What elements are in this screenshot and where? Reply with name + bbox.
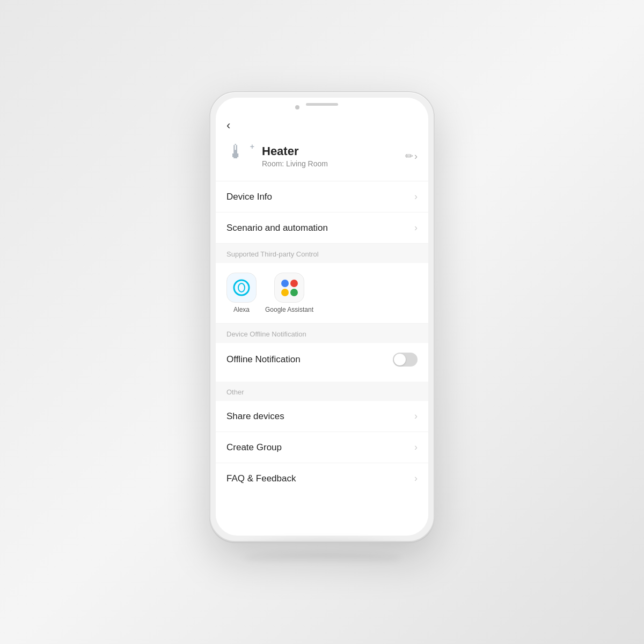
back-arrow-icon: ‹ bbox=[226, 119, 230, 133]
offline-notification-row: Offline Notification bbox=[216, 343, 428, 376]
chevron-right-icon: › bbox=[414, 473, 418, 484]
share-devices-item[interactable]: Share devices › bbox=[216, 401, 428, 432]
third-party-section-header: Supported Third-party Control bbox=[216, 244, 428, 263]
scenario-automation-item[interactable]: Scenario and automation › bbox=[216, 213, 428, 244]
offline-section-header: Device Offline Notification bbox=[216, 324, 428, 343]
third-party-row: Alexa Google Assistant bbox=[216, 263, 428, 324]
speaker-grille bbox=[306, 103, 338, 106]
chevron-right-icon: › bbox=[414, 191, 418, 202]
chevron-right-icon: › bbox=[414, 151, 418, 162]
google-assistant-label: Google Assistant bbox=[265, 306, 313, 313]
alexa-service-item[interactable]: Alexa bbox=[226, 273, 257, 313]
google-dot-yellow bbox=[281, 289, 289, 296]
device-title: Heater Room: Living Room bbox=[262, 144, 405, 168]
create-group-label: Create Group bbox=[226, 442, 282, 453]
toggle-knob bbox=[394, 354, 406, 365]
pencil-icon: ✏ bbox=[405, 150, 413, 162]
phone-shell: ‹ 🌡 + Heater Room: Living Room ✏ › bbox=[209, 91, 435, 542]
chevron-right-icon: › bbox=[414, 222, 418, 233]
screen: ‹ 🌡 + Heater Room: Living Room ✏ › bbox=[216, 98, 428, 536]
plus-badge: + bbox=[250, 142, 254, 151]
volume-up-button bbox=[209, 210, 210, 243]
faq-feedback-label: FAQ & Feedback bbox=[226, 473, 296, 484]
phone-reflection bbox=[243, 553, 401, 564]
phone-wrapper: ‹ 🌡 + Heater Room: Living Room ✏ › bbox=[209, 91, 435, 553]
google-dot-green bbox=[290, 289, 298, 296]
google-dots-icon bbox=[281, 280, 298, 296]
device-name: Heater bbox=[262, 144, 405, 158]
third-party-section-label: Supported Third-party Control bbox=[226, 250, 319, 258]
back-button[interactable]: ‹ bbox=[216, 109, 428, 138]
share-devices-label: Share devices bbox=[226, 411, 284, 422]
silent-button bbox=[209, 178, 210, 200]
thermometer-icon: 🌡 bbox=[226, 141, 246, 163]
other-section-header: Other bbox=[216, 382, 428, 401]
offline-notification-label: Offline Notification bbox=[226, 354, 301, 365]
camera-notch bbox=[295, 105, 299, 109]
alexa-ring-icon bbox=[232, 278, 251, 297]
offline-section-label: Device Offline Notification bbox=[226, 330, 306, 338]
google-logo bbox=[274, 273, 304, 303]
scenario-automation-label: Scenario and automation bbox=[226, 223, 328, 233]
other-section-label: Other bbox=[226, 388, 244, 396]
google-dot-red bbox=[290, 280, 298, 287]
device-info-item[interactable]: Device Info › bbox=[216, 181, 428, 213]
power-button bbox=[434, 200, 435, 232]
offline-notification-toggle[interactable] bbox=[393, 353, 418, 367]
google-dot-blue bbox=[281, 280, 289, 287]
google-assistant-service-item[interactable]: Google Assistant bbox=[265, 273, 313, 313]
chevron-right-icon: › bbox=[414, 442, 418, 453]
device-icon-wrapper: 🌡 + bbox=[226, 142, 254, 170]
device-info-label: Device Info bbox=[226, 192, 272, 202]
faq-feedback-item[interactable]: FAQ & Feedback › bbox=[216, 463, 428, 494]
app-content: ‹ 🌡 + Heater Room: Living Room ✏ › bbox=[216, 109, 428, 528]
create-group-item[interactable]: Create Group › bbox=[216, 432, 428, 463]
device-room: Room: Living Room bbox=[262, 159, 405, 168]
svg-point-1 bbox=[238, 283, 245, 292]
chevron-right-icon: › bbox=[414, 411, 418, 422]
notch-bar bbox=[216, 98, 428, 109]
volume-down-button bbox=[209, 253, 210, 286]
svg-point-0 bbox=[234, 280, 249, 295]
edit-button[interactable]: ✏ › bbox=[405, 150, 418, 162]
device-header: 🌡 + Heater Room: Living Room ✏ › bbox=[216, 138, 428, 181]
alexa-logo bbox=[226, 273, 257, 303]
alexa-label: Alexa bbox=[233, 306, 250, 313]
